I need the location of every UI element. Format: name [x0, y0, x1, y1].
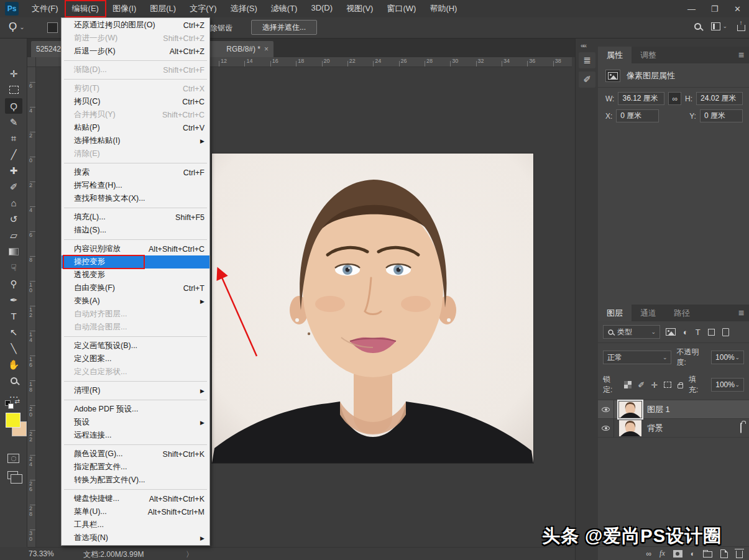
menubar-item-11[interactable]: 帮助(H) — [423, 1, 464, 17]
edit-menu-item-8[interactable]: 拷贝(C)Ctrl+C — [62, 95, 209, 108]
zoom-level-field[interactable]: 73.33% — [29, 549, 67, 558]
close-tab-icon[interactable]: × — [264, 45, 269, 53]
smudge-tool[interactable]: ☟ — [5, 260, 22, 275]
edit-menu-item-40[interactable]: 指定配置文件... — [62, 461, 209, 474]
edit-menu-item-45[interactable]: 工具栏... — [62, 518, 209, 531]
edit-menu-item-37[interactable]: 远程连接... — [62, 429, 209, 442]
edit-menu-item-25[interactable]: 变换(A)▶ — [62, 295, 209, 308]
menubar-item-8[interactable]: 3D(D) — [304, 1, 339, 17]
workspace-switcher-icon[interactable]: ⌄ — [711, 22, 727, 30]
hand-tool[interactable]: ✋ — [5, 357, 22, 372]
default-colors-widget[interactable]: ⇄ — [5, 399, 19, 410]
edit-menu-item-11[interactable]: 选择性粘贴(I)▶ — [62, 134, 209, 147]
lock-transparent-pixels-icon[interactable] — [624, 381, 632, 388]
edit-menu-item-24[interactable]: 自由变换(F)Ctrl+T — [62, 282, 209, 295]
tool-presets-panel-icon[interactable]: ✐ — [579, 71, 595, 88]
select-and-mask-button[interactable]: 选择并遮住... — [251, 20, 317, 35]
clone-stamp-tool[interactable]: ⌂ — [5, 195, 22, 211]
zoom-tool[interactable] — [5, 373, 22, 388]
edit-menu-item-41[interactable]: 转换为配置文件(V)... — [62, 474, 209, 487]
minimize-button[interactable]: — — [680, 0, 703, 17]
rectangular-marquee-tool[interactable] — [5, 82, 22, 98]
menubar-item-1[interactable]: 文件(F) — [25, 1, 65, 17]
move-tool[interactable]: ✛ — [5, 66, 22, 81]
spot-healing-brush-tool[interactable]: ✚ — [5, 163, 22, 178]
properties-tab-属性[interactable]: 属性 — [598, 47, 632, 63]
layers-tab-路径[interactable]: 路径 — [665, 305, 699, 321]
menubar-item-10[interactable]: 窗口(W) — [380, 1, 423, 17]
layer-filter-dropdown[interactable]: 类型 ⌄ — [603, 325, 660, 339]
layers-tab-通道[interactable]: 通道 — [632, 305, 665, 321]
ruler-origin-corner[interactable] — [27, 57, 36, 67]
x-field[interactable]: 0 厘米 — [616, 109, 659, 122]
share-icon[interactable] — [737, 21, 745, 31]
edit-menu-item-22[interactable]: 操控变形 — [62, 255, 209, 269]
layers-tab-图层[interactable]: 图层 — [598, 305, 632, 321]
visibility-toggle[interactable] — [598, 400, 614, 418]
filter-smart-objects-icon[interactable] — [722, 328, 729, 336]
edit-menu-item-43[interactable]: 键盘快捷键...Alt+Shift+Ctrl+K — [62, 492, 209, 505]
edit-menu-item-36[interactable]: 预设▶ — [62, 416, 209, 429]
new-selection-mode-button[interactable] — [47, 22, 58, 33]
vertical-ruler[interactable]: 642024681012141618202224262830 — [27, 67, 36, 547]
y-field[interactable]: 0 厘米 — [700, 109, 743, 122]
layer-mask-icon[interactable] — [673, 550, 682, 558]
maximize-button[interactable]: ❐ — [703, 0, 726, 17]
portrait-photo[interactable] — [212, 154, 533, 463]
menubar-item-7[interactable]: 滤镜(T) — [264, 1, 305, 17]
link-wh-icon[interactable]: ∞ — [668, 92, 681, 105]
type-tool[interactable]: T — [5, 308, 22, 324]
swap-colors-icon[interactable]: ⇄ — [15, 398, 20, 405]
group-layers-icon[interactable] — [703, 549, 712, 558]
edit-menu-item-1[interactable]: 还原通过拷贝的图层(O)Ctrl+Z — [62, 19, 209, 32]
lasso-tool[interactable]: Ϙ — [5, 98, 22, 114]
edit-menu-item-46[interactable]: 首选项(N)▶ — [62, 531, 209, 544]
close-button[interactable]: ✕ — [726, 0, 749, 17]
edit-menu-item-35[interactable]: Adobe PDF 预设... — [62, 403, 209, 416]
crop-tool[interactable]: ⌗ — [5, 131, 22, 146]
lock-position-icon[interactable]: ✛ — [651, 380, 658, 390]
width-field[interactable]: 36.12 厘米 — [618, 92, 664, 105]
layer-style-icon[interactable]: fx — [659, 549, 665, 558]
edit-menu-item-44[interactable]: 菜单(U)...Alt+Shift+Ctrl+M — [62, 505, 209, 518]
link-layers-icon[interactable]: ∞ — [646, 549, 652, 558]
layer-row-背景[interactable]: 背景 — [598, 419, 749, 438]
menubar-item-6[interactable]: 选择(S) — [223, 1, 264, 17]
history-brush-tool[interactable]: ↺ — [5, 211, 22, 227]
filter-shape-layers-icon[interactable] — [708, 329, 715, 336]
opacity-field[interactable]: 100% ⌄ — [711, 351, 744, 364]
filter-type-layers-icon[interactable]: T — [696, 328, 701, 337]
menubar-item-4[interactable]: 图层(L) — [143, 1, 183, 17]
line-tool[interactable]: ╲ — [5, 341, 22, 356]
fill-field[interactable]: 100% ⌄ — [711, 378, 744, 392]
visibility-toggle[interactable] — [598, 419, 614, 437]
brush-tool[interactable]: ✐ — [5, 179, 22, 195]
edit-menu-item-29[interactable]: 定义画笔预设(B)... — [62, 339, 209, 352]
edit-menu-item-3[interactable]: 后退一步(K)Alt+Ctrl+Z — [62, 45, 209, 58]
edit-menu-item-14[interactable]: 搜索Ctrl+F — [62, 166, 209, 179]
tool-preset-picker[interactable]: Ϙ ⌄ — [9, 21, 25, 33]
panel-menu-icon[interactable]: ≡ — [733, 47, 749, 63]
lock-artboard-icon[interactable] — [664, 382, 671, 388]
foreground-color-swatch[interactable] — [6, 413, 21, 428]
path-selection-tool[interactable]: ↖ — [5, 324, 22, 340]
blend-mode-dropdown[interactable]: 正常 ⌄ — [603, 351, 671, 364]
properties-tab-调整[interactable]: 调整 — [632, 47, 665, 63]
height-field[interactable]: 24.02 厘米 — [696, 92, 743, 105]
dodge-tool[interactable]: ⚲ — [5, 276, 22, 291]
filter-adjustment-layers-icon[interactable]: ◐ — [683, 328, 688, 337]
edit-menu-item-21[interactable]: 内容识别缩放Alt+Shift+Ctrl+C — [62, 242, 209, 255]
edit-menu-item-16[interactable]: 查找和替换文本(X)... — [62, 192, 209, 205]
quick-mask-button[interactable] — [7, 454, 19, 463]
eyedropper-tool[interactable]: ╱ — [5, 147, 22, 162]
search-icon[interactable] — [694, 23, 701, 30]
adjustment-layer-icon[interactable]: ◐ — [691, 549, 695, 558]
status-menu-chevron[interactable]: 〉 — [186, 549, 193, 560]
quick-selection-tool[interactable]: ✎ — [5, 114, 22, 130]
edit-menu-item-33[interactable]: 清理(R)▶ — [62, 384, 209, 397]
menubar-item-2[interactable]: 编辑(E) — [65, 1, 106, 17]
edit-menu-item-30[interactable]: 定义图案... — [62, 352, 209, 365]
menubar-item-5[interactable]: 文字(Y) — [183, 1, 223, 17]
gradient-tool[interactable] — [5, 244, 22, 259]
menubar-item-3[interactable]: 图像(I) — [106, 1, 143, 17]
